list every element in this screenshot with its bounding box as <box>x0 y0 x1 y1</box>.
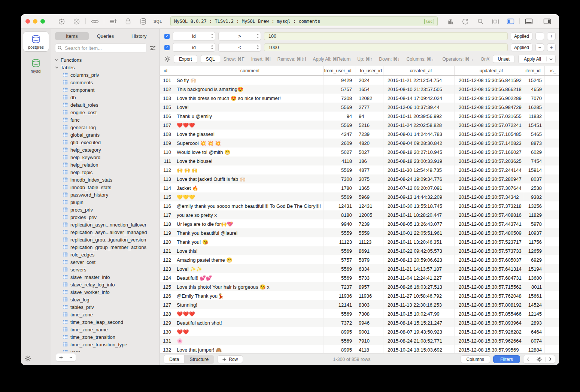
cell-is[interactable] <box>545 148 559 157</box>
cell-to-user-id[interactable]: 5879 <box>355 255 383 264</box>
sidebar-table-item[interactable]: replication_group_member_actions <box>55 243 160 251</box>
cell-item-id[interactable]: 15661 <box>524 291 545 300</box>
cell-item-id[interactable]: 15194 <box>524 264 545 273</box>
cell-to-user-id[interactable]: 3075 <box>355 174 383 183</box>
table-row[interactable]: 110 Would love to! @mith 😁 5027 5027 201… <box>160 148 559 157</box>
cell-from-user-id[interactable]: 7237 <box>324 282 355 291</box>
cell-id[interactable]: 121 <box>160 246 174 255</box>
sidebar-table-item[interactable]: innodb_index_stats <box>55 176 160 183</box>
table-row[interactable]: 129 Beautiful action shot! 7372 9946 201… <box>160 318 559 327</box>
column-header-updated-at[interactable]: updated_at <box>455 66 524 75</box>
cell-is[interactable] <box>545 219 559 228</box>
cell-created-at[interactable]: 2015-08-14 17:09:42.024 <box>383 94 455 103</box>
cell-id[interactable]: 113 <box>160 174 174 183</box>
cell-to-user-id[interactable]: 7308 <box>355 309 383 318</box>
cell-updated-at[interactable]: 2015-12-08 15:30:57.480509 <box>455 228 524 237</box>
column-header-to-user-id[interactable]: to_user_id <box>355 66 383 75</box>
filter-gear-icon[interactable] <box>164 56 170 62</box>
table-row[interactable]: 107 ❤️❤️❤️ 5569 5216 2015-11-24 22:02:58… <box>160 121 559 130</box>
cell-created-at[interactable]: 2015-08-13 20:59:06.623 <box>383 255 455 264</box>
sidebar-table-item[interactable]: replication_asyn...nnection_failover <box>55 221 160 228</box>
cell-comment[interactable]: ❤️❤️ <box>174 327 324 336</box>
cell-comment[interactable]: Love that jacket! Outfit is fab 🙌🏻 <box>174 174 324 183</box>
cell-id[interactable]: 102 <box>160 85 174 94</box>
cell-from-user-id[interactable]: 5757 <box>324 85 355 94</box>
cell-is[interactable] <box>545 165 559 174</box>
cell-from-user-id[interactable]: 7372 <box>324 318 355 327</box>
cell-is[interactable] <box>545 76 559 85</box>
cell-item-id[interactable]: 16285 <box>524 103 545 112</box>
sidebar-table-item[interactable]: role_edges <box>55 251 160 258</box>
cell-id[interactable]: 116 <box>160 201 174 210</box>
sidebar-table-item[interactable]: db <box>55 94 160 101</box>
cell-item-id[interactable]: 8873 <box>524 139 545 148</box>
cell-comment[interactable]: ❤️❤️❤️ <box>174 309 324 318</box>
cell-item-id[interactable]: 11756 <box>524 237 545 246</box>
cell-id[interactable]: 126 <box>160 291 174 300</box>
preview-eye-icon[interactable] <box>89 17 100 25</box>
filter-applied-button[interactable]: Applied <box>511 43 532 51</box>
cell-to-user-id[interactable]: 7910 <box>355 336 383 345</box>
cell-from-user-id[interactable]: 5559 <box>324 228 355 237</box>
table-row[interactable]: 127 Stunning! 12141 8303 2015-11-13 22:3… <box>160 300 559 309</box>
cell-to-user-id[interactable]: 8691 <box>355 246 383 255</box>
cell-to-user-id[interactable]: 5027 <box>355 148 383 157</box>
cell-from-user-id[interactable]: 5569 <box>324 246 355 255</box>
cell-comment[interactable]: Love this dress so much 😍 so nice for su… <box>174 94 324 103</box>
sidebar-table-item[interactable]: func <box>55 116 160 124</box>
table-row[interactable]: 119 Thank you beautiful @laurel 5559 555… <box>160 228 559 237</box>
cell-from-user-id[interactable]: 5569 <box>324 103 355 112</box>
table-row[interactable]: 125 Love this photo! Your hair is gorgeo… <box>160 282 559 291</box>
cell-id[interactable]: 119 <box>160 228 174 237</box>
cell-id[interactable]: 124 <box>160 273 174 282</box>
cell-created-at[interactable]: 2015-08-14 15:15:21.247 <box>383 318 455 327</box>
cell-updated-at[interactable]: 2015-12-08 15:30:57.031655 <box>455 112 524 121</box>
sidebar-table-item[interactable]: plugin <box>55 198 160 206</box>
cell-updated-at[interactable]: 2015-12-08 15:30:57.166027 <box>455 148 524 157</box>
cell-item-id[interactable]: 9382 <box>524 192 545 201</box>
cell-id[interactable]: 114 <box>160 183 174 192</box>
sidebar-table-item[interactable]: columns_priv <box>55 71 160 79</box>
cell-item-id[interactable]: 14524 <box>524 300 545 309</box>
cell-comment[interactable]: Would love to! @mith 😁 <box>174 148 324 157</box>
cell-id[interactable]: 132 <box>160 345 174 353</box>
table-row[interactable]: 102 This background is amazing😍 5757 165… <box>160 85 559 94</box>
cell-id[interactable]: 107 <box>160 121 174 130</box>
cell-updated-at[interactable]: 2015-12-08 15:30:57.893964 <box>455 318 524 327</box>
cell-is[interactable] <box>545 336 559 345</box>
cell-is[interactable] <box>545 139 559 148</box>
cell-item-id[interactable]: 7070 <box>524 94 545 103</box>
cell-comment[interactable]: Supercool 💥 💥 💥 <box>174 139 324 148</box>
cell-created-at[interactable]: 2015-08-10 21:23:57.505 <box>383 85 455 94</box>
cell-updated-at[interactable]: 2015-12-08 15:30:57.715562 <box>455 282 524 291</box>
cell-updated-at[interactable]: 2015-12-08 15:30:57.203625 <box>455 157 524 165</box>
filter-value-field[interactable] <box>264 43 508 51</box>
cell-item-id[interactable]: 10937 <box>524 228 545 237</box>
cell-id[interactable]: 123 <box>160 264 174 273</box>
apply-all-button[interactable]: Apply All <box>518 55 556 63</box>
cell-id[interactable]: 106 <box>160 112 174 121</box>
filter-value-input[interactable] <box>268 33 504 39</box>
cell-updated-at[interactable]: 2015-12-08 15:30:57.373218 <box>455 201 524 210</box>
cell-is[interactable] <box>545 327 559 336</box>
chart-icon[interactable] <box>445 17 456 25</box>
table-row[interactable]: 103 Love this dress so much 😍 so nice fo… <box>160 94 559 103</box>
cell-created-at[interactable]: 2015-08-01 14:24:44.783 <box>383 130 455 139</box>
next-page-icon[interactable] <box>546 357 555 361</box>
cell-comment[interactable]: Amazing pastel theme 😁 <box>174 255 324 264</box>
table-row[interactable]: 111 Love the blouse! 4118 186 2015-08-18… <box>160 157 559 165</box>
cell-comment[interactable]: Love this photo! Your hair is gorgeous 😘… <box>174 282 324 291</box>
connection-postgres[interactable]: postgres <box>23 32 49 51</box>
filter-enabled-checkbox[interactable]: ✓ <box>164 34 170 39</box>
cell-created-at[interactable]: 2015-11-04 12:24:41.227 <box>383 273 455 282</box>
toggle-right-panel-icon[interactable] <box>541 17 553 25</box>
sidebar-table-item[interactable]: help_keyword <box>55 154 160 161</box>
cell-to-user-id[interactable]: 7239 <box>355 219 383 228</box>
cell-from-user-id[interactable]: 7308 <box>324 174 355 183</box>
cell-item-id[interactable]: 8037 <box>524 174 545 183</box>
cell-is[interactable] <box>545 255 559 264</box>
cell-id[interactable]: 108 <box>160 130 174 139</box>
cell-is[interactable] <box>545 201 559 210</box>
filter-settings-icon[interactable] <box>150 45 156 51</box>
cell-id[interactable]: 118 <box>160 219 174 228</box>
